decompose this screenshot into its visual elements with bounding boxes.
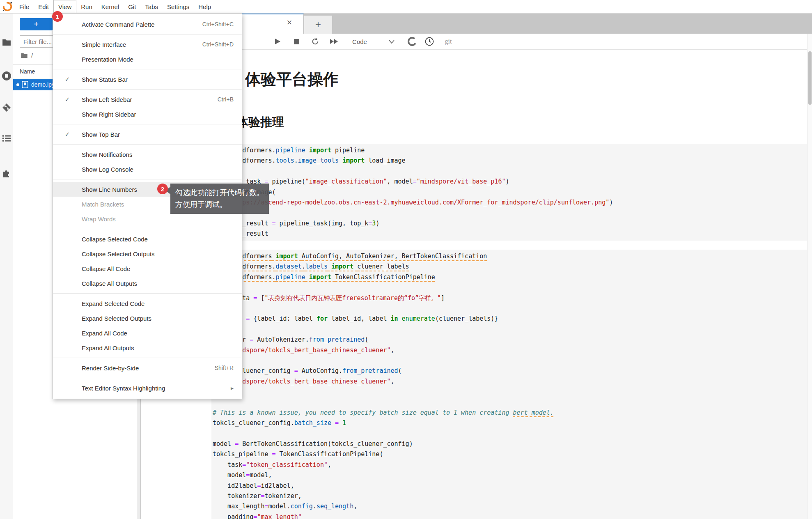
cell-type-chevron-icon[interactable]: [386, 34, 397, 49]
markdown-heading-1[interactable]: 体验平台操作: [245, 69, 339, 90]
menu-item-label: Show Right Sidebar: [82, 111, 234, 118]
code-line: pipeline_result: [213, 229, 807, 239]
menu-item-label: Expand All Outputs: [82, 344, 234, 351]
menubar-items: FileEditViewRunKernelGitTabsSettingsHelp: [15, 0, 216, 13]
restart-kernel-button[interactable]: [309, 34, 321, 49]
menu-item-show-log-console[interactable]: Show Log Console: [53, 162, 242, 177]
menu-item-label: Collapse All Code: [82, 265, 234, 272]
menu-separator: [53, 229, 242, 229]
git-sidebar-icon[interactable]: [0, 101, 13, 115]
menubar-item-kernel[interactable]: Kernel: [97, 0, 124, 13]
menu-shortcut: Ctrl+Shift+D: [202, 41, 242, 48]
notebook-file-icon: [22, 81, 28, 88]
kernel-running-dot: [16, 83, 19, 86]
file-browser-icon[interactable]: [0, 35, 13, 49]
checkmark-icon: ✓: [53, 131, 82, 138]
folder-icon: [21, 53, 28, 58]
code-line: tokcls_cluener_config = AutoConfig.from_…: [213, 366, 807, 376]
code-line: id2label = {label_id: label for label_id…: [213, 314, 807, 324]
code-line: from mindformers.pipeline import pipelin…: [213, 145, 807, 156]
menu-item-collapse-all-outputs[interactable]: Collapse All Outputs: [53, 276, 242, 291]
menu-item-label: Show Top Bar: [82, 131, 234, 138]
kernel-status-icon[interactable]: [406, 34, 418, 49]
code-line: task="token_classification",: [213, 460, 807, 470]
scrollbar-thumb[interactable]: [808, 51, 812, 105]
code-line: "mindspore/tokcls_bert_base_chinese_clue…: [213, 345, 807, 356]
table-of-contents-icon[interactable]: [0, 131, 13, 145]
menu-shortcut: Ctrl+B: [218, 96, 242, 103]
menu-item-expand-all-code[interactable]: Expand All Code: [53, 326, 242, 340]
menu-item-show-notifications[interactable]: Show Notifications: [53, 147, 242, 162]
menu-item-simple-interface[interactable]: Simple InterfaceCtrl+Shift+D: [53, 37, 242, 52]
menu-item-collapse-selected-code[interactable]: Collapse Selected Code: [53, 232, 242, 246]
menu-item-show-left-sidebar[interactable]: ✓Show Left SidebarCtrl+B: [53, 92, 242, 107]
menu-item-show-top-bar[interactable]: ✓Show Top Bar: [53, 127, 242, 142]
menubar-item-git[interactable]: Git: [124, 0, 140, 13]
code-line: img = load_image(: [213, 187, 807, 197]
code-editor-1[interactable]: from mindformers.pipeline import pipelin…: [213, 145, 807, 239]
menu-item-expand-selected-code[interactable]: Expand Selected Code: [53, 296, 242, 311]
code-line: from mindformers import AutoConfig, Auto…: [213, 251, 807, 262]
menu-item-presentation-mode[interactable]: Presentation Mode: [53, 52, 242, 67]
menu-separator: [53, 358, 242, 358]
menu-item-show-status-bar[interactable]: ✓Show Status Bar: [53, 72, 242, 87]
menubar-item-edit[interactable]: Edit: [34, 0, 53, 13]
git-toolbar-label[interactable]: git: [442, 34, 454, 49]
running-sessions-icon[interactable]: [0, 69, 13, 83]
code-line: [213, 303, 807, 314]
menu-item-text-editor-syntax-highlighting[interactable]: Text Editor Syntax Highlighting▸: [53, 381, 242, 395]
menu-separator: [53, 144, 242, 145]
code-line: padding="max_length": [213, 512, 807, 519]
menu-item-collapse-selected-outputs[interactable]: Collapse Selected Outputs: [53, 246, 242, 261]
code-line: [213, 397, 807, 407]
submenu-arrow-icon: ▸: [231, 385, 242, 391]
code-editor-2[interactable]: from mindformers import AutoConfig, Auto…: [213, 251, 807, 519]
history-clock-icon[interactable]: [423, 34, 436, 49]
menu-item-label: Show Notifications: [82, 151, 234, 158]
extension-manager-icon[interactable]: [0, 166, 13, 180]
run-cell-button[interactable]: [271, 34, 284, 49]
code-line: from mindformers.pipeline import TokenCl…: [213, 272, 807, 282]
notebook-scrollbar[interactable]: [807, 34, 812, 519]
menu-item-expand-all-outputs[interactable]: Expand All Outputs: [53, 340, 242, 355]
new-launcher-button[interactable]: +: [20, 18, 53, 30]
cell-type-select[interactable]: Code: [347, 34, 372, 49]
code-line: from mindformers.tools.image_tools impor…: [213, 156, 807, 166]
annotation-badge-2: 2: [157, 184, 168, 194]
code-line: tokenizer = AutoTokenizer.from_pretraine…: [213, 335, 807, 345]
menubar-item-help[interactable]: Help: [194, 0, 216, 13]
menu-item-expand-selected-outputs[interactable]: Expand Selected Outputs: [53, 311, 242, 326]
menu-item-activate-command-palette[interactable]: Activate Command PaletteCtrl+Shift+C: [53, 17, 242, 32]
menu-item-label: Expand Selected Code: [82, 300, 234, 307]
name-column-header[interactable]: Name: [20, 68, 35, 75]
menubar-item-tabs[interactable]: Tabs: [140, 0, 163, 13]
menu-item-show-right-sidebar[interactable]: Show Right Sidebar: [53, 107, 242, 122]
menu-shortcut: Ctrl+Shift+C: [202, 21, 242, 28]
code-line: pipeline_result = pipeline_task(img, top…: [213, 218, 807, 229]
menu-item-label: Show Left Sidebar: [82, 96, 218, 103]
menubar-item-settings[interactable]: Settings: [163, 0, 194, 13]
interrupt-kernel-button[interactable]: [290, 34, 303, 49]
code-line: pipeline_task = pipeline("image_classifi…: [213, 177, 807, 187]
menu-item-label: Collapse All Outputs: [82, 280, 234, 287]
menubar-item-run[interactable]: Run: [76, 0, 97, 13]
markdown-heading-2[interactable]: 体验推理: [236, 114, 284, 131]
new-tab-button[interactable]: +: [304, 16, 332, 34]
restart-run-all-button[interactable]: [327, 34, 341, 49]
menu-item-label: Expand All Code: [82, 330, 234, 337]
menu-item-label: Wrap Words: [82, 216, 234, 223]
menu-item-render-side-by-side[interactable]: Render Side-by-SideShift+R: [53, 361, 242, 375]
code-cell-2[interactable]: from mindformers import AutoConfig, Auto…: [211, 250, 807, 519]
menu-item-collapse-all-code[interactable]: Collapse All Code: [53, 261, 242, 276]
menu-item-label: Show Log Console: [82, 166, 234, 173]
tooltip-line-1: 勾选此功能打开代码行数。: [175, 187, 264, 199]
menu-item-label: Presentation Mode: [82, 56, 234, 63]
code-line: # This is a known issue, you need to spe…: [213, 408, 807, 418]
breadcrumb[interactable]: /: [21, 52, 33, 59]
code-cell-1[interactable]: from mindformers.pipeline import pipelin…: [211, 144, 807, 241]
annotation-tooltip: 勾选此功能打开代码行数。 方便用于调试。: [170, 184, 269, 214]
code-line: [213, 166, 807, 177]
menu-item-label: Activate Command Palette: [82, 21, 202, 28]
menubar-item-file[interactable]: File: [15, 0, 34, 13]
tab-close-icon[interactable]: ×: [284, 17, 295, 28]
